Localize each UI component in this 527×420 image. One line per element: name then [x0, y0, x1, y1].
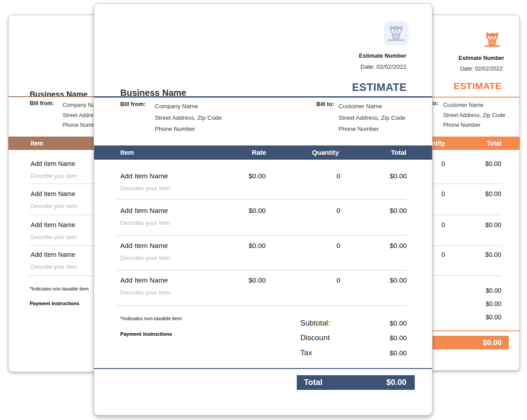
non-taxable-footnote: *Indicates non-taxable item	[30, 286, 89, 291]
item-total: $0.00	[485, 251, 501, 258]
row-separator	[117, 305, 406, 306]
discount-value: $0.00	[486, 300, 501, 307]
item-description: Describe your item	[120, 220, 170, 226]
bill-to-line: Street Address, Zip Code	[443, 110, 505, 121]
item-name: Add Item Name	[31, 160, 75, 167]
bill-from-label: Bill from:	[120, 101, 146, 107]
bill-to-block: Customer Name Street Address, Zip Code P…	[443, 100, 505, 130]
estimate-date: Date: 02/02/2022	[360, 63, 406, 70]
document-title: ESTIMATE	[453, 81, 502, 91]
column-header-rate: Rate	[252, 145, 266, 160]
column-header-quantity: Quantity	[312, 145, 339, 160]
tax-value: $0.00	[389, 349, 407, 357]
item-total: $0.00	[485, 190, 501, 197]
bill-from-label: Bill from:	[30, 100, 54, 106]
estimate-number-label: Estimate Number	[359, 52, 406, 59]
item-total: $0.00	[389, 242, 407, 250]
document-title: ESTIMATE	[352, 81, 407, 94]
logo-box	[384, 21, 409, 46]
logo-box	[482, 29, 503, 50]
item-quantity: 0	[441, 160, 445, 167]
total-bar: Total $0.00	[297, 375, 415, 390]
bill-from-line: Street Address, Zip Code	[155, 112, 222, 124]
item-quantity: 0	[441, 190, 445, 197]
subtotal-value: $0.00	[389, 319, 407, 327]
item-quantity: 0	[336, 207, 340, 215]
item-total: $0.00	[485, 221, 501, 228]
item-description: Describe your item	[120, 255, 170, 261]
item-name: Add Item Name	[120, 207, 168, 215]
table-header-row: Item Rate Quantity Total	[94, 145, 432, 160]
item-name: Add Item Name	[31, 251, 75, 258]
item-quantity: 0	[441, 251, 445, 258]
discount-label: Discount	[300, 334, 330, 342]
item-description: Describe your item	[31, 173, 77, 179]
estimate-template-card-navy[interactable]: Estimate Number Date: 02/02/2022 Busines…	[94, 3, 433, 416]
row-separator	[117, 199, 406, 200]
column-header-item: Item	[120, 145, 134, 160]
row-separator	[117, 270, 406, 271]
estimate-date: Date: 02/02/2022	[446, 66, 517, 72]
item-quantity: 0	[336, 276, 340, 284]
item-total: $0.00	[389, 276, 407, 284]
bill-to-line: Customer Name	[443, 100, 505, 110]
item-description: Describe your item	[120, 185, 170, 192]
row-separator	[117, 235, 406, 236]
item-name: Add Item Name	[120, 276, 168, 284]
tax-value: $0.00	[486, 314, 501, 321]
owl-logo-icon	[386, 24, 406, 43]
bill-to-line: Customer Name	[338, 101, 405, 112]
item-total: $0.00	[485, 160, 501, 167]
non-taxable-footnote: *Indicates non-taxable item	[120, 316, 182, 321]
payment-instructions-label: Payment instructions	[30, 301, 79, 306]
item-quantity: 0	[441, 221, 445, 228]
item-name: Add Item Name	[31, 221, 75, 228]
payment-instructions-label: Payment instructions	[120, 331, 172, 337]
total-value: $0.00	[386, 375, 415, 390]
bill-to-block: Customer Name Street Address, Zip Code P…	[338, 101, 405, 135]
bill-to-line: Street Address, Zip Code	[338, 112, 405, 124]
total-value: $0.00	[483, 338, 509, 347]
item-total: $0.00	[389, 207, 407, 215]
item-rate: $0.00	[248, 276, 266, 284]
tax-label: Tax	[300, 349, 312, 357]
item-total: $0.00	[389, 172, 407, 180]
header-divider	[94, 96, 432, 98]
item-rate: $0.00	[248, 207, 266, 215]
column-header-item: Item	[31, 137, 43, 150]
item-description: Describe your item	[31, 264, 77, 270]
bill-from-line: Company Name	[155, 101, 222, 112]
bill-from-line: Phone Number	[155, 123, 222, 135]
item-name: Add Item Name	[31, 190, 75, 197]
bill-to-line: Phone Number	[338, 123, 405, 135]
total-divider	[94, 368, 432, 369]
item-quantity: 0	[336, 242, 340, 250]
owl-logo-icon	[483, 31, 501, 49]
column-header-total: Total	[391, 145, 406, 160]
item-name: Add Item Name	[120, 172, 168, 180]
subtotal-value: $0.00	[486, 287, 501, 294]
total-label: Total	[297, 375, 322, 390]
item-description: Describe your item	[31, 234, 77, 240]
item-description: Describe your item	[120, 289, 170, 296]
item-quantity: 0	[336, 172, 340, 180]
bill-to-line: Phone Number	[443, 120, 505, 130]
subtotal-label: Subtotal:	[300, 319, 330, 328]
bill-from-block: Company Name Street Address, Zip Code Ph…	[155, 101, 222, 135]
item-rate: $0.00	[248, 242, 266, 250]
item-name: Add Item Name	[120, 242, 168, 250]
column-header-total: Total	[487, 137, 501, 150]
item-rate: $0.00	[248, 172, 266, 180]
bill-to-label: Bill to:	[316, 101, 334, 107]
item-description: Describe your item	[31, 203, 77, 209]
estimate-number-label: Estimate Number	[446, 55, 517, 61]
discount-value: $0.00	[389, 334, 407, 342]
business-name: Business Name	[30, 90, 87, 99]
